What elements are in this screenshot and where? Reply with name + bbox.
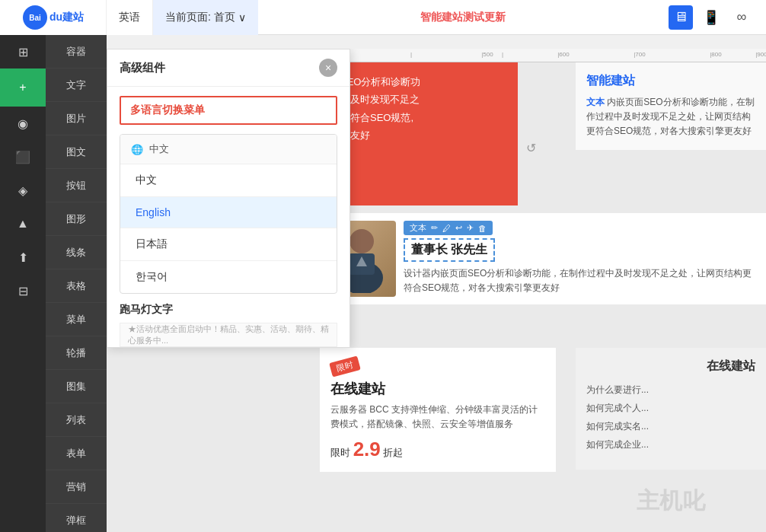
center-title: 智能建站测试更新 <box>258 11 669 24</box>
sidebar-item-container[interactable]: 容器 <box>46 35 107 68</box>
lang-option-chinese[interactable]: 中文 <box>120 164 337 197</box>
promo-section: 限时 在线建站 云服务器 BCC 支持弹性伸缩、分钟级丰富灵活的计费模式，搭配镜… <box>320 348 556 472</box>
sidebar-item-shape[interactable]: 图形 <box>46 202 107 236</box>
sidebar-item-menu[interactable]: 菜单 <box>46 303 107 336</box>
promo-title: 在线建站 <box>330 380 545 398</box>
sidebar-item-table[interactable]: 表格 <box>46 269 107 303</box>
component-panel: 高级组件 × 多语言切换菜单 🌐 中文 中文 English 日本語 한국어 跑… <box>107 49 350 348</box>
text-label: 文本 <box>586 97 605 107</box>
price-suffix: 折起 <box>383 447 403 458</box>
promo-description: 云服务器 BCC 支持弹性伸缩、分钟级丰富灵活的计费模式，搭配镜像、快照、云安全… <box>330 403 545 432</box>
sidebar-item-gallery[interactable]: 图集 <box>46 370 107 403</box>
sidebar-list: 容器 文字 图片 图文 按钮 图形 线条 表格 菜单 轮播 图集 列表 表单 营… <box>46 35 107 532</box>
sidebar-item-button[interactable]: 按钮 <box>46 169 107 202</box>
add-component-button[interactable]: + <box>0 68 46 107</box>
promo-price-line: 限时 2.9 折起 <box>330 438 545 461</box>
apps-icon: ⊞ <box>18 45 28 59</box>
top-bar: Bai du建站 英语 当前页面: 首页 ∨ 智能建站测试更新 🖥 📱 ∞ <box>0 0 766 35</box>
marquee-title: 跑马灯文字 <box>120 303 337 317</box>
sidebar-item-modal[interactable]: 弹框 <box>46 504 107 532</box>
promo-badge: 限时 <box>329 355 361 377</box>
main-canvas: |100 |200 |300 | |500 | |600 |700 |800 |… <box>107 49 766 532</box>
bottom-right-section: 在线建站 为什么要进行... 如何完成个人... 如何完成实名... 如何完成企… <box>576 348 766 470</box>
upload-icon: ⬆ <box>18 250 28 265</box>
sidebar-item-marketing[interactable]: 营销 <box>46 470 107 504</box>
multi-lang-menu-item[interactable]: 多语言切换菜单 <box>120 96 337 125</box>
person-toolbar: 文本 ✏ 🖊 ↩ ✈ 🗑 <box>404 221 493 235</box>
sidebar-item-form[interactable]: 表单 <box>46 437 107 470</box>
person-name: 董事长 张先生 <box>404 238 495 262</box>
bottom-right-title: 在线建站 <box>586 358 755 374</box>
person-info: 文本 ✏ 🖊 ↩ ✈ 🗑 董事长 张先生 设计器内嵌页面SEO分析和诊断功能，在… <box>404 221 758 297</box>
toolbar-arrow-icon[interactable]: ✈ <box>467 223 474 233</box>
right-block-text: 内嵌页面SEO分析和诊断功能，在制作过程中及时发现不足之处，让网页结构更符合SE… <box>586 97 755 136</box>
toolbar-pencil-icon[interactable]: 🖊 <box>442 224 451 233</box>
sidebar-item-line[interactable]: 线条 <box>46 236 107 269</box>
image-icon: ⬛ <box>15 150 30 164</box>
sidebar-item-text[interactable]: 文字 <box>46 68 107 102</box>
add-icon: + <box>19 81 26 94</box>
lang-option-korean[interactable]: 한국어 <box>120 261 337 293</box>
language-dropdown: 🌐 中文 中文 English 日本語 한국어 <box>120 134 337 294</box>
globe-icon: 🌐 <box>131 144 143 155</box>
toolbar-text: 文本 <box>410 222 426 234</box>
panel-header: 高级组件 × <box>107 49 349 87</box>
view-controls: 🖥 📱 ∞ <box>669 5 766 30</box>
mobile-view-button[interactable]: 📱 <box>699 5 723 30</box>
svg-text:Bai: Bai <box>29 14 41 22</box>
watermark: 主机叱 <box>637 486 705 517</box>
dropdown-header[interactable]: 🌐 中文 <box>120 135 337 164</box>
language-button[interactable]: 英语 <box>107 0 153 35</box>
current-lang: 中文 <box>149 142 169 156</box>
panel-title: 高级组件 <box>120 61 165 75</box>
eye-icon: ◉ <box>18 116 28 131</box>
left-icon-upload[interactable]: ⬆ <box>0 241 46 274</box>
close-button[interactable]: × <box>319 59 337 77</box>
left-icon-apps[interactable]: ⊞ <box>0 35 46 68</box>
person-section: 文本 ✏ 🖊 ↩ ✈ 🗑 董事长 张先生 设计器内嵌页面SEO分析和诊断功能，在… <box>320 213 766 304</box>
refresh-icon[interactable]: ↺ <box>522 139 540 157</box>
page-indicator[interactable]: 当前页面: 首页 ∨ <box>153 0 258 35</box>
toolbar-undo-icon[interactable]: ↩ <box>455 223 462 233</box>
sidebar-item-image[interactable]: 图片 <box>46 102 107 135</box>
sidebar-item-carousel[interactable]: 轮播 <box>46 336 107 370</box>
logo-icon: Bai <box>22 5 48 30</box>
left-icon-eye[interactable]: ◉ <box>0 107 46 140</box>
bottom-right-list: 为什么要进行... 如何完成个人... 如何完成实名... 如何完成企业... <box>586 381 755 454</box>
marquee-section: 跑马灯文字 ★活动优惠全面启动中！精品、实惠、活动、期待、精心服务中... <box>120 303 337 347</box>
price-number: 2.9 <box>353 438 381 460</box>
price-prefix: 限时 <box>330 447 350 458</box>
left-icon-palette[interactable]: ◈ <box>0 174 46 207</box>
grid-icon: ⊟ <box>18 284 28 298</box>
left-icon-grid[interactable]: ⊟ <box>0 274 46 307</box>
left-icon-image[interactable]: ⬛ <box>0 140 46 174</box>
lang-option-english[interactable]: English <box>120 197 337 228</box>
logo: Bai du建站 <box>0 0 107 35</box>
toolbar-delete-icon[interactable]: 🗑 <box>478 224 487 233</box>
rocket-icon: ▲ <box>17 217 29 231</box>
link-view-button[interactable]: ∞ <box>729 5 754 30</box>
right-block-body: 文本 内嵌页面SEO分析和诊断功能，在制作过程中及时发现不足之处，让网页结构更符… <box>586 95 755 139</box>
sidebar-item-imgtext[interactable]: 图文 <box>46 135 107 169</box>
sidebar-item-list[interactable]: 列表 <box>46 403 107 437</box>
lang-option-japanese[interactable]: 日本語 <box>120 228 337 261</box>
desktop-view-button[interactable]: 🖥 <box>669 5 693 30</box>
marquee-preview: ★活动优惠全面启动中！精品、实惠、活动、期待、精心服务中... <box>120 323 337 347</box>
logo-text: du建站 <box>49 11 84 24</box>
palette-icon: ◈ <box>18 183 27 198</box>
left-icon-panel: ⊞ + ◉ ⬛ ◈ ▲ ⬆ ⊟ <box>0 35 46 532</box>
left-icon-rocket[interactable]: ▲ <box>0 207 46 241</box>
svg-point-2 <box>349 229 374 253</box>
person-description: 设计器内嵌页面SEO分析和诊断功能，在制作过程中及时发现不足之处，让网页结构更符… <box>404 266 758 295</box>
toolbar-edit-icon[interactable]: ✏ <box>431 223 438 233</box>
right-text-block: 智能建站 文本 内嵌页面SEO分析和诊断功能，在制作过程中及时发现不足之处，让网… <box>576 62 766 150</box>
right-block-title: 智能建站 <box>586 73 755 89</box>
